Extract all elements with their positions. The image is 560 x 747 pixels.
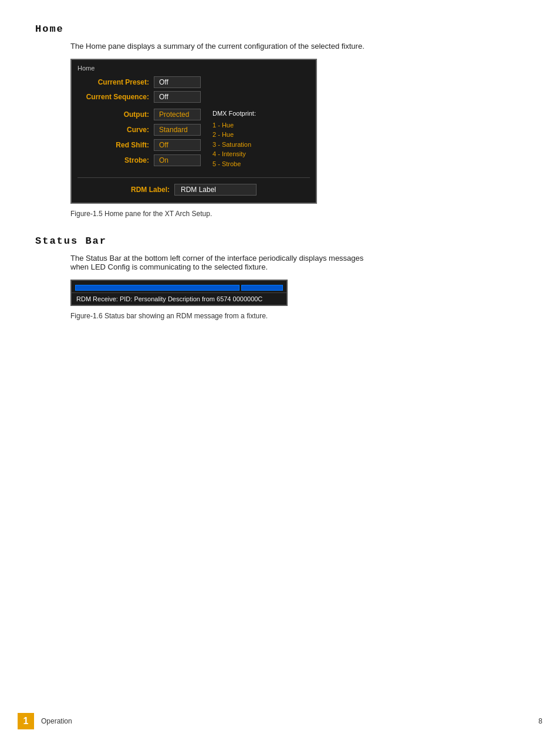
curve-value[interactable]: Standard [154,124,201,136]
strobe-value[interactable]: On [154,154,201,166]
output-row: Output: Protected [77,109,201,120]
dmx-item-5: 5 - Strobe [212,159,310,169]
status-bar-wrapper: RDM Receive: PID: Personality Descriptio… [70,280,525,306]
red-shift-label: Red Shift: [77,141,154,149]
footer-page-number: 8 [538,717,542,725]
dmx-item-4: 4 - Intensity [212,149,310,159]
dmx-footprint: DMX Footprint: 1 - Hue 2 - Hue 3 - Satur… [207,109,310,169]
strobe-row: Strobe: On [77,154,201,166]
rdm-label-text: RDM Label: [131,186,170,194]
rdm-label-row: RDM Label: RDM Label [77,177,310,196]
home-section: Home The Home pane displays a summary of… [35,23,525,218]
current-sequence-value[interactable]: Off [154,91,201,103]
curve-row: Curve: Standard [77,124,201,136]
footer-badge: 1 [18,713,34,729]
home-left-fields: Output: Protected Curve: Standard Red Sh… [77,109,201,169]
dmx-item-1: 1 - Hue [212,120,310,130]
footer-section-name: Operation [41,717,72,725]
home-figure-caption: Figure-1.5 Home pane for the XT Arch Set… [70,210,525,218]
output-label: Output: [77,110,154,119]
status-segment-short [241,285,283,291]
current-sequence-label: Current Sequence: [77,93,154,101]
home-middle-section: Output: Protected Curve: Standard Red Sh… [77,109,310,169]
current-sequence-row: Current Sequence: Off [77,91,310,103]
home-pane: Home Current Preset: Off Current Sequenc… [70,59,317,204]
status-bar-message: RDM Receive: PID: Personality Descriptio… [72,292,286,305]
dmx-item-3: 3 - Saturation [212,140,310,150]
home-section-title: Home [35,23,525,35]
red-shift-value[interactable]: Off [154,139,201,151]
dmx-item-2: 2 - Hue [212,130,310,140]
status-bar-section: Status Bar The Status Bar at the bottom … [35,235,525,320]
status-figure-caption: Figure-1.6 Status bar showing an RDM mes… [70,312,525,320]
dmx-footprint-title: DMX Footprint: [212,109,310,119]
home-section-intro: The Home pane displays a summary of the … [70,42,525,51]
current-preset-row: Current Preset: Off [77,76,310,88]
curve-label: Curve: [77,126,154,134]
status-bar-image: RDM Receive: PID: Personality Descriptio… [70,280,288,306]
status-segment-long [75,285,239,291]
page-footer: 1 Operation 8 [0,713,560,729]
red-shift-row: Red Shift: Off [77,139,201,151]
strobe-label: Strobe: [77,156,154,164]
rdm-input[interactable]: RDM Label [174,184,257,196]
current-preset-label: Current Preset: [77,78,154,86]
current-preset-value[interactable]: Off [154,76,201,88]
status-bar-top [72,283,286,292]
home-pane-title: Home [77,65,310,72]
status-bar-intro: The Status Bar at the bottom left corner… [70,254,525,271]
home-pane-wrapper: Home Current Preset: Off Current Sequenc… [70,59,525,204]
output-value[interactable]: Protected [154,109,201,120]
status-bar-title: Status Bar [35,235,525,247]
